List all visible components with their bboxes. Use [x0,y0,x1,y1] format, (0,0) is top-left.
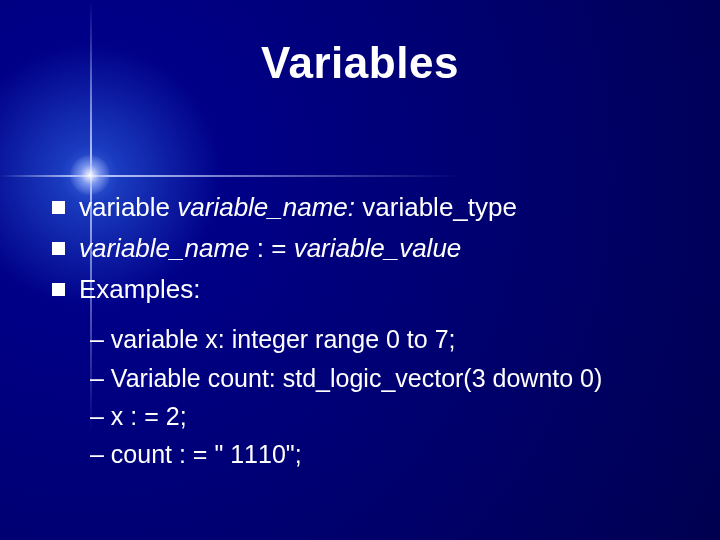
text-italic: variable_value [294,233,462,263]
bullet-item-1: variable variable_name: variable_type [52,190,680,225]
text-plain: Examples: [79,274,200,304]
bullet-item-2: variable_name : = variable_value [52,231,680,266]
sub-item-2: – Variable count: std_logic_vector(3 dow… [90,360,680,396]
slide: Variables variable variable_name: variab… [0,0,720,540]
sub-item-1: – variable x: integer range 0 to 7; [90,321,680,357]
square-bullet-icon [52,242,65,255]
text-italic: variable_name: [177,192,355,222]
slide-title: Variables [0,38,720,88]
square-bullet-icon [52,283,65,296]
sub-item-3: – x : = 2; [90,398,680,434]
bullet-text: variable variable_name: variable_type [79,190,517,225]
sub-item-4: – count : = " 1110"; [90,436,680,472]
slide-body: variable variable_name: variable_type va… [52,190,680,474]
text-plain: variable_type [355,192,517,222]
bullet-text: Examples: [79,272,200,307]
text-plain: variable [79,192,177,222]
flare-core [70,155,110,195]
text-plain: : = [250,233,294,263]
bullet-text: variable_name : = variable_value [79,231,461,266]
square-bullet-icon [52,201,65,214]
text-italic: variable_name [79,233,250,263]
flare-horizontal [0,175,460,177]
bullet-item-3: Examples: [52,272,680,307]
sub-list: – variable x: integer range 0 to 7; – Va… [90,321,680,472]
